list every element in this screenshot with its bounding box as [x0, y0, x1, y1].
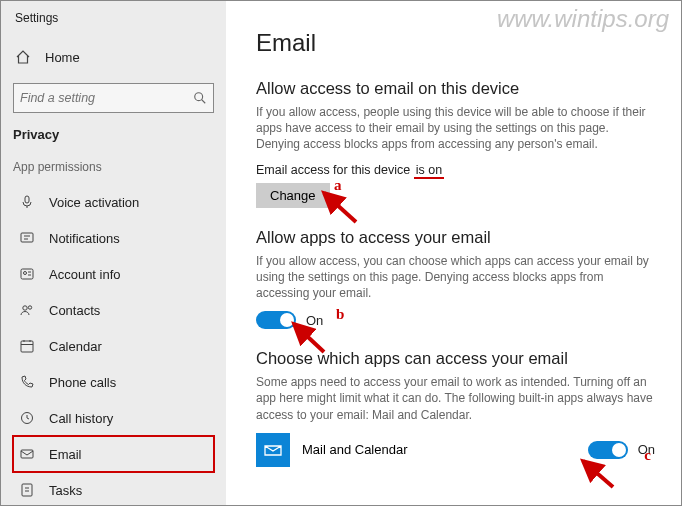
- mic-icon: [17, 194, 37, 210]
- app-row-mail-calendar: Mail and Calendar On: [256, 433, 655, 467]
- annotation-a: a: [334, 177, 342, 194]
- sidebar-section-title: Privacy: [13, 127, 214, 142]
- sidebar-item-calendar[interactable]: Calendar: [13, 328, 214, 364]
- contacts-icon: [17, 302, 37, 318]
- status-value: is on: [414, 163, 444, 179]
- svg-line-1: [202, 100, 206, 104]
- sidebar-item-label: Notifications: [49, 231, 120, 246]
- mail-app-toggle[interactable]: [588, 441, 628, 459]
- svg-rect-18: [22, 484, 32, 496]
- sidebar-item-email[interactable]: Email: [13, 436, 214, 472]
- notification-icon: [17, 230, 37, 246]
- calendar-icon: [17, 338, 37, 354]
- sidebar-subtitle: App permissions: [13, 160, 214, 174]
- tasks-icon: [17, 482, 37, 498]
- main-content: Email Allow access to email on this devi…: [226, 1, 681, 505]
- sidebar-item-label: Account info: [49, 267, 121, 282]
- section-heading: Allow apps to access your email: [256, 228, 655, 247]
- home-icon: [13, 49, 33, 65]
- search-icon: [193, 91, 207, 105]
- change-button[interactable]: Change: [256, 183, 330, 208]
- search-input[interactable]: [20, 91, 193, 105]
- toggle-label: On: [306, 313, 323, 328]
- sidebar-item-label: Tasks: [49, 483, 82, 498]
- email-icon: [17, 446, 37, 462]
- section-desc: If you allow access, people using this d…: [256, 104, 655, 153]
- svg-point-10: [23, 306, 27, 310]
- section-device-access: Allow access to email on this device If …: [256, 79, 655, 208]
- svg-rect-2: [25, 196, 29, 203]
- history-icon: [17, 410, 37, 426]
- sidebar-item-label: Calendar: [49, 339, 102, 354]
- status-prefix: Email access for this device: [256, 163, 414, 177]
- sidebar-home-label: Home: [45, 50, 80, 65]
- section-heading: Allow access to email on this device: [256, 79, 655, 98]
- sidebar-item-tasks[interactable]: Tasks: [13, 472, 214, 506]
- section-app-access: Allow apps to access your email If you a…: [256, 228, 655, 330]
- account-icon: [17, 266, 37, 282]
- svg-point-0: [195, 93, 203, 101]
- svg-rect-12: [21, 341, 33, 352]
- section-desc: If you allow access, you can choose whic…: [256, 253, 655, 302]
- app-name: Mail and Calendar: [302, 442, 576, 457]
- svg-point-11: [28, 306, 31, 309]
- svg-rect-17: [21, 450, 33, 458]
- section-choose-apps: Choose which apps can access your email …: [256, 349, 655, 467]
- search-box[interactable]: [13, 83, 214, 113]
- annotation-c: c: [644, 447, 651, 464]
- sidebar-item-voice-activation[interactable]: Voice activation: [13, 184, 214, 220]
- sidebar-item-phone-calls[interactable]: Phone calls: [13, 364, 214, 400]
- sidebar-item-label: Phone calls: [49, 375, 116, 390]
- mail-app-icon: [256, 433, 290, 467]
- sidebar-item-label: Contacts: [49, 303, 100, 318]
- sidebar: Settings Home Privacy App permissions Vo…: [1, 1, 226, 505]
- sidebar-item-account-info[interactable]: Account info: [13, 256, 214, 292]
- app-access-toggle[interactable]: [256, 311, 296, 329]
- watermark: www.wintips.org: [497, 5, 669, 33]
- window-title: Settings: [15, 11, 214, 25]
- sidebar-item-label: Call history: [49, 411, 113, 426]
- svg-point-7: [24, 272, 27, 275]
- app-access-toggle-row: On: [256, 311, 655, 329]
- sidebar-home[interactable]: Home: [13, 43, 214, 71]
- svg-rect-3: [21, 233, 33, 242]
- device-access-status: Email access for this device is on: [256, 163, 655, 177]
- sidebar-item-label: Voice activation: [49, 195, 139, 210]
- section-heading: Choose which apps can access your email: [256, 349, 655, 368]
- phone-icon: [17, 374, 37, 390]
- sidebar-item-notifications[interactable]: Notifications: [13, 220, 214, 256]
- section-desc: Some apps need to access your email to w…: [256, 374, 655, 423]
- sidebar-item-contacts[interactable]: Contacts: [13, 292, 214, 328]
- sidebar-item-label: Email: [49, 447, 82, 462]
- svg-rect-6: [21, 269, 33, 279]
- page-title: Email: [256, 29, 655, 57]
- sidebar-item-call-history[interactable]: Call history: [13, 400, 214, 436]
- annotation-b: b: [336, 306, 344, 323]
